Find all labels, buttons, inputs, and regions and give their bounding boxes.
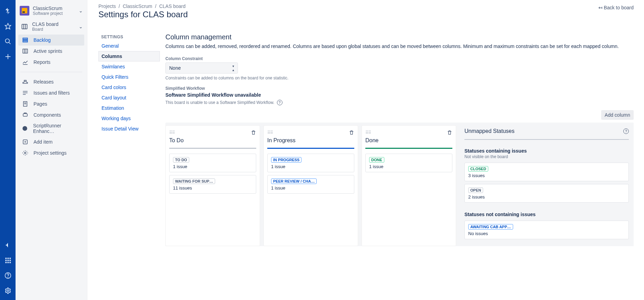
star-icon[interactable] [4, 22, 12, 30]
project-header[interactable]: ClassicScrum Software project ⌄ [16, 3, 87, 18]
nav-reports[interactable]: Reports [18, 57, 84, 68]
nav-active-sprints[interactable]: Active sprints [18, 46, 84, 57]
nav-issues[interactable]: Issues and filters [18, 87, 84, 98]
settings-nav-card-colors[interactable]: Card colors [98, 82, 160, 93]
nav-components[interactable]: Components [18, 109, 84, 120]
svg-rect-20 [23, 38, 28, 39]
board-sub: Board [32, 27, 79, 32]
select-caret-icon: ▾▴ [232, 64, 234, 72]
svg-point-39 [25, 152, 26, 154]
svg-rect-23 [23, 49, 28, 53]
status-lozenge: AWAITING CAB APP… [468, 224, 513, 230]
feedback-icon[interactable] [4, 241, 12, 249]
status-card[interactable]: CLOSED3 issues [464, 163, 629, 181]
svg-point-15 [8, 277, 8, 278]
svg-point-1 [5, 39, 9, 43]
nav-releases[interactable]: Releases [18, 76, 84, 87]
issue-count: 1 issue [271, 164, 350, 169]
breadcrumb-projects[interactable]: Projects [98, 3, 116, 9]
nav-project-settings[interactable]: Project settings [18, 147, 84, 158]
app-switcher-icon[interactable] [4, 256, 12, 264]
nav-scriptrunner[interactable]: ScriptRunner Enhanc… [18, 120, 84, 136]
section-description: Columns can be added, removed, reordered… [165, 43, 634, 50]
settings-nav-card-layout[interactable]: Card layout [98, 93, 160, 103]
nav-label: Project settings [33, 150, 67, 156]
svg-rect-9 [7, 260, 9, 261]
column-bar [365, 148, 452, 149]
nav-label: Releases [33, 79, 54, 85]
status-lozenge: IN PROGRESS [271, 157, 301, 163]
status-card[interactable]: WAITING FOR SUP…11 issues [169, 175, 256, 194]
drag-handle-icon[interactable]: ⠿⠿ [365, 130, 371, 135]
board-header[interactable]: CLAS board Board ⌄ [16, 18, 87, 34]
settings-nav-working-days[interactable]: Working days [98, 113, 160, 124]
settings-nav-swimlanes[interactable]: Swimlanes [98, 61, 160, 72]
delete-column-icon[interactable] [349, 130, 354, 135]
status-card[interactable]: PEER REVIEW / CHA…1 issue [267, 175, 354, 194]
svg-rect-13 [9, 262, 11, 263]
drag-handle-icon[interactable]: ⠿⠿ [267, 130, 273, 135]
chevron-down-icon: ⌄ [79, 24, 83, 29]
add-column-button[interactable]: Add column [601, 110, 634, 120]
board-name: CLAS board [32, 21, 79, 27]
status-lozenge: TO DO [173, 157, 189, 163]
arrow-left-icon: ↤ [598, 5, 603, 10]
nav-add-item[interactable]: Add item [18, 136, 84, 147]
delete-column-icon[interactable] [251, 130, 256, 135]
status-card[interactable]: DONE1 issue [365, 154, 452, 172]
add-icon [22, 139, 29, 145]
nav-pages[interactable]: Pages [18, 98, 84, 109]
svg-rect-10 [9, 260, 11, 261]
help-icon[interactable]: ? [623, 128, 629, 134]
project-type: Software project [33, 11, 79, 16]
back-to-board-link[interactable]: ↤ Back to board [598, 5, 634, 10]
settings-icon[interactable] [4, 287, 12, 295]
status-card[interactable]: TO DO1 issue [169, 154, 256, 172]
constraint-label: Column Constraint [165, 56, 634, 61]
jira-logo-icon[interactable] [4, 7, 12, 15]
create-icon[interactable] [4, 52, 12, 61]
settings-nav-title: SETTINGS [98, 33, 160, 41]
backlog-icon [22, 37, 29, 43]
search-icon[interactable] [4, 37, 12, 46]
breadcrumb-board[interactable]: CLAS board [159, 3, 185, 9]
settings-nav-quick-filters[interactable]: Quick Filters [98, 72, 160, 82]
settings-nav-issue-detail[interactable]: Issue Detail View [98, 124, 160, 134]
svg-rect-6 [7, 258, 9, 259]
svg-point-35 [23, 126, 28, 131]
column-title[interactable]: In Progress [267, 137, 354, 144]
constraint-select[interactable]: None ▾▴ [165, 62, 238, 74]
status-card[interactable]: AWAITING CAB APP…No issues [464, 221, 629, 239]
board-nav: Backlog Active sprints Reports [16, 34, 87, 68]
delete-column-icon[interactable] [447, 130, 452, 135]
column-title[interactable]: Done [365, 137, 452, 144]
nav-backlog[interactable]: Backlog [18, 35, 84, 46]
board-column: ⠿⠿To DoTO DO1 issueWAITING FOR SUP…11 is… [165, 125, 260, 246]
svg-rect-8 [5, 260, 7, 261]
status-card[interactable]: IN PROGRESS1 issue [267, 154, 354, 172]
drag-handle-icon[interactable]: ⠿⠿ [169, 130, 175, 135]
constraint-value: None [169, 65, 181, 71]
settings-nav-columns[interactable]: Columns [98, 51, 160, 61]
unmapped-title: Unmapped Statuses [464, 128, 515, 134]
settings-nav-estimation[interactable]: Estimation [98, 103, 160, 113]
nav-label: Add item [33, 139, 52, 145]
breadcrumb-project[interactable]: ClassicScrum [123, 3, 152, 9]
svg-rect-12 [7, 262, 9, 263]
svg-point-16 [7, 290, 9, 292]
issues-icon [22, 90, 29, 96]
svg-rect-33 [23, 114, 27, 116]
settings-nav-general[interactable]: General [98, 41, 160, 51]
info-icon[interactable]: ? [277, 100, 282, 105]
svg-rect-21 [23, 40, 28, 41]
board-column: ⠿⠿In ProgressIN PROGRESS1 issuePEER REVI… [263, 125, 358, 246]
status-lozenge: OPEN [468, 187, 483, 193]
workflow-label: Simplified Workflow [165, 86, 634, 91]
column-title[interactable]: To Do [169, 137, 256, 144]
help-icon[interactable] [4, 271, 12, 280]
components-icon [22, 112, 29, 118]
column-bar [267, 148, 354, 149]
status-card[interactable]: OPEN2 issues [464, 184, 629, 203]
unmapped-section2-title: Statuses not containing issues [464, 212, 629, 217]
breadcrumb: Projects / ClassicScrum / CLAS board [98, 3, 634, 9]
